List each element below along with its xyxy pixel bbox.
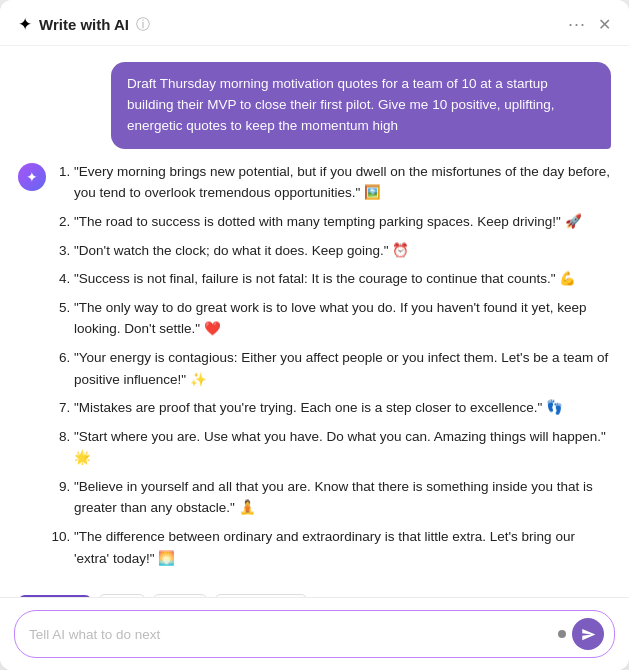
action-bar: ✓ Insert Edit Copy Regenerate	[18, 584, 611, 597]
user-message-text: Draft Thursday morning motivation quotes…	[127, 76, 554, 133]
list-item: "Your energy is contagious: Either you a…	[74, 347, 611, 390]
close-icon[interactable]: ✕	[598, 15, 611, 34]
ai-avatar-icon: ✦	[26, 169, 38, 185]
quotes-list: "Every morning brings new potential, but…	[56, 161, 611, 570]
user-message-bubble: Draft Thursday morning motivation quotes…	[111, 62, 611, 149]
user-message-wrap: Draft Thursday morning motivation quotes…	[18, 62, 611, 149]
input-bar	[0, 597, 629, 670]
list-item: "Mistakes are proof that you're trying. …	[74, 397, 611, 419]
ai-response-section: ✦ "Every morning brings new potential, b…	[18, 161, 611, 577]
list-item: "Don't watch the clock; do what it does.…	[74, 240, 611, 262]
list-item: "Start where you are. Use what you have.…	[74, 426, 611, 469]
list-item: "The difference between ordinary and ext…	[74, 526, 611, 569]
input-dot	[558, 630, 566, 638]
titlebar-right: ··· ✕	[568, 14, 611, 35]
titlebar-left: ✦ Write with AI ⓘ	[18, 14, 150, 35]
titlebar: ✦ Write with AI ⓘ ··· ✕	[0, 0, 629, 46]
ai-input[interactable]	[29, 627, 558, 642]
list-item: "Success is not final, failure is not fa…	[74, 268, 611, 290]
list-item: "Every morning brings new potential, but…	[74, 161, 611, 204]
send-button[interactable]	[572, 618, 604, 650]
list-item: "Believe in yourself and all that you ar…	[74, 476, 611, 519]
input-wrap[interactable]	[14, 610, 615, 658]
ai-response-content: "Every morning brings new potential, but…	[56, 161, 611, 577]
info-icon[interactable]: ⓘ	[136, 16, 150, 34]
list-item: "The only way to do great work is to lov…	[74, 297, 611, 340]
main-content: Draft Thursday morning motivation quotes…	[0, 46, 629, 597]
window-title: Write with AI	[39, 16, 129, 33]
main-window: ✦ Write with AI ⓘ ··· ✕ Draft Thursday m…	[0, 0, 629, 670]
input-send-area	[558, 618, 604, 650]
ai-avatar: ✦	[18, 163, 46, 191]
ai-sparkle-icon: ✦	[18, 14, 32, 35]
more-options-icon[interactable]: ···	[568, 14, 586, 35]
list-item: "The road to success is dotted with many…	[74, 211, 611, 233]
